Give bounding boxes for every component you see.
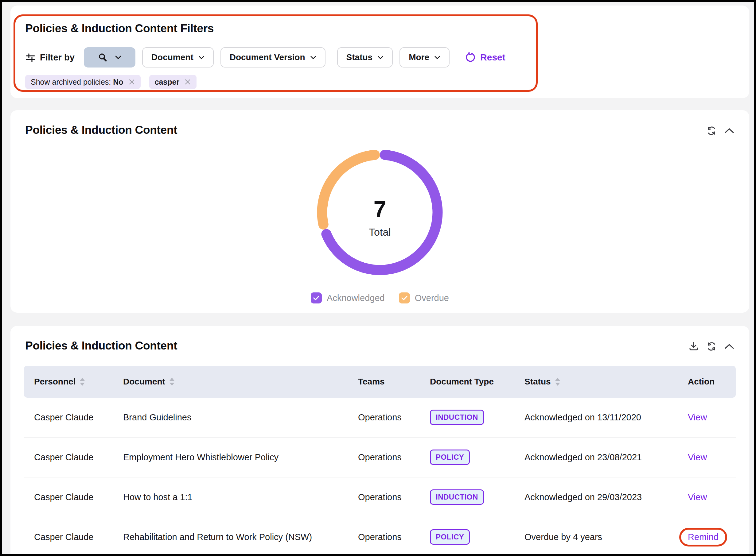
document-type-badge: POLICY (430, 450, 470, 465)
column-label: Document (123, 377, 165, 387)
reset-button[interactable]: Reset (465, 52, 505, 63)
cell-document-type: INDUCTION (430, 489, 524, 505)
donut-total-label: Total (369, 226, 391, 238)
document-type-badge: POLICY (430, 529, 470, 545)
cell-teams: Operations (358, 532, 430, 542)
reset-label: Reset (480, 52, 505, 63)
chip-value: casper (155, 78, 179, 86)
cell-document-type: POLICY (430, 450, 524, 465)
donut-total-value: 7 (373, 198, 386, 221)
reset-icon (465, 52, 476, 63)
column-header-personnel[interactable]: Personnel (34, 377, 123, 387)
more-filter-button[interactable]: More (399, 47, 450, 68)
filters-card: Policies & Induction Content Filters Fil… (10, 5, 749, 98)
donut-chart: 7 Total (317, 149, 443, 276)
cell-teams: Operations (358, 492, 430, 502)
view-link[interactable]: View (688, 412, 707, 422)
table-row: Casper Claude Brand Guidelines Operation… (24, 398, 736, 438)
chip-casper: casper (149, 75, 197, 89)
sort-arrows-icon (169, 377, 175, 386)
document-type-badge: INDUCTION (430, 489, 484, 505)
document-filter-button[interactable]: Document (142, 47, 214, 68)
filters-card-title: Policies & Induction Content Filters (25, 22, 734, 35)
legend-label: Overdue (415, 293, 449, 303)
cell-document-type: INDUCTION (430, 410, 524, 425)
view-link[interactable]: View (688, 492, 707, 502)
cell-status: Overdue by 4 years (524, 532, 688, 542)
chip-text: Show archived policies: (31, 78, 113, 86)
download-icon (688, 341, 699, 352)
chevron-up-icon (724, 343, 734, 349)
collapse-button[interactable] (724, 128, 734, 134)
column-header-teams: Teams (358, 377, 430, 387)
column-header-document[interactable]: Document (123, 377, 358, 387)
legend-item-overdue[interactable]: Overdue (399, 292, 449, 304)
view-link[interactable]: View (688, 452, 707, 462)
cell-personnel: Casper Claude (34, 412, 123, 422)
document-filter-label: Document (152, 53, 193, 62)
cell-personnel: Casper Claude (34, 452, 123, 462)
checkmark-icon (401, 296, 407, 301)
column-label: Document Type (430, 377, 494, 387)
chevron-down-icon (115, 55, 122, 60)
table-header: Personnel Document Teams Document Type S… (24, 366, 736, 398)
cell-teams: Operations (358, 452, 430, 462)
cell-personnel: Casper Claude (34, 532, 123, 542)
cell-personnel: Casper Claude (34, 492, 123, 502)
cell-action: View (688, 412, 736, 422)
table-card-title: Policies & Induction Content (25, 339, 177, 352)
column-label: Action (688, 377, 715, 387)
refresh-icon (706, 341, 717, 352)
column-label: Status (524, 377, 551, 387)
filter-by: Filter by (25, 52, 75, 63)
cell-status: Acknowledged on 29/03/2023 (524, 492, 688, 502)
refresh-icon (706, 126, 717, 136)
download-button[interactable] (688, 341, 699, 352)
chip-close-icon[interactable] (128, 78, 135, 85)
table-card: Policies & Induction Content Personnel (10, 326, 749, 556)
cell-action: View (688, 492, 736, 502)
remind-link[interactable]: Remind (688, 532, 719, 542)
cell-document: Rehabilitation and Return to Work Policy… (123, 532, 358, 542)
column-label: Personnel (34, 377, 75, 387)
collapse-button[interactable] (724, 343, 734, 349)
more-filter-label: More (409, 53, 429, 62)
annotation-ring-remind: Remind (679, 528, 727, 547)
cell-document: How to host a 1:1 (123, 492, 358, 502)
cell-teams: Operations (358, 412, 430, 422)
filter-chips: Show archived policies: No casper (25, 75, 734, 89)
sort-arrows-icon (555, 377, 561, 386)
legend-check-0 (311, 292, 322, 304)
chevron-up-icon (724, 128, 734, 134)
document-version-filter-label: Document Version (230, 53, 305, 62)
chevron-down-icon (434, 56, 440, 60)
chart-legend: Acknowledged Overdue (10, 292, 749, 304)
column-header-status[interactable]: Status (524, 377, 688, 387)
table-row: Casper Claude Rehabilitation and Return … (24, 517, 736, 556)
table-row: Casper Claude How to host a 1:1 Operatio… (24, 478, 736, 517)
checkmark-icon (313, 296, 319, 301)
chevron-down-icon (310, 56, 316, 60)
search-filter-button[interactable] (84, 47, 135, 68)
status-filter-button[interactable]: Status (337, 47, 393, 68)
refresh-button[interactable] (706, 341, 717, 352)
filter-row: Filter by Document Document (25, 47, 734, 68)
cell-action: Remind (688, 528, 736, 547)
document-type-badge: INDUCTION (430, 410, 484, 425)
status-filter-label: Status (347, 53, 373, 62)
legend-item-acknowledged[interactable]: Acknowledged (311, 292, 385, 304)
search-icon (98, 53, 107, 62)
column-label: Teams (358, 377, 385, 387)
chevron-down-icon (377, 56, 384, 60)
chip-show-archived-policies: Show archived policies: No (25, 75, 141, 89)
cell-status: Acknowledged on 23/08/2021 (524, 452, 688, 462)
sliders-icon (25, 52, 36, 63)
refresh-button[interactable] (706, 126, 717, 136)
cell-document: Employment Hero Whistleblower Policy (123, 452, 358, 462)
chevron-down-icon (198, 56, 204, 60)
cell-action: View (688, 452, 736, 462)
chart-card-title: Policies & Induction Content (25, 124, 177, 137)
column-header-action: Action (688, 377, 736, 387)
document-version-filter-button[interactable]: Document Version (221, 47, 326, 68)
chip-close-icon[interactable] (184, 78, 191, 85)
